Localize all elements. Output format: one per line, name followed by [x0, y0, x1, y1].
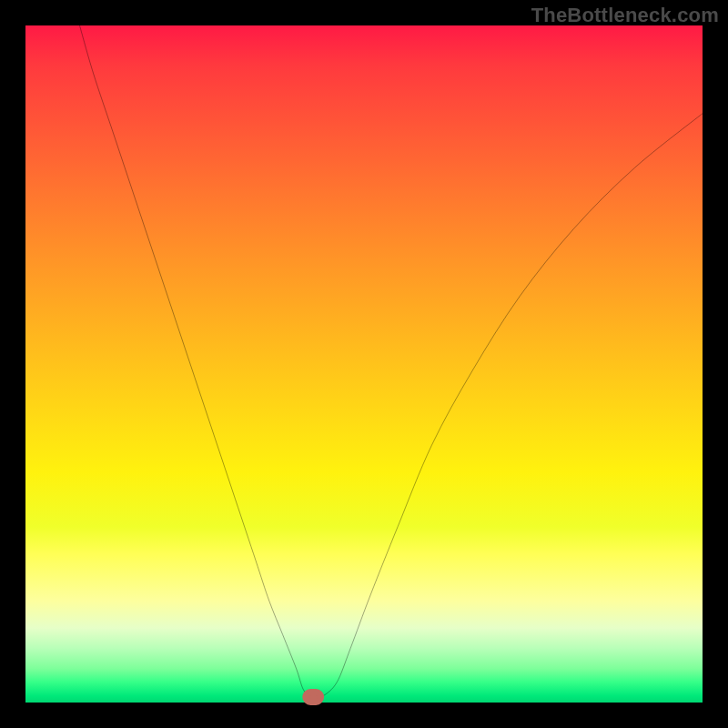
watermark-text: TheBottleneck.com: [531, 4, 719, 27]
plot-area: [25, 25, 703, 703]
bottleneck-curve-svg: [25, 25, 703, 703]
minimum-marker: [306, 693, 320, 702]
bottleneck-curve-path: [80, 25, 703, 697]
chart-frame: TheBottleneck.com: [0, 0, 728, 728]
